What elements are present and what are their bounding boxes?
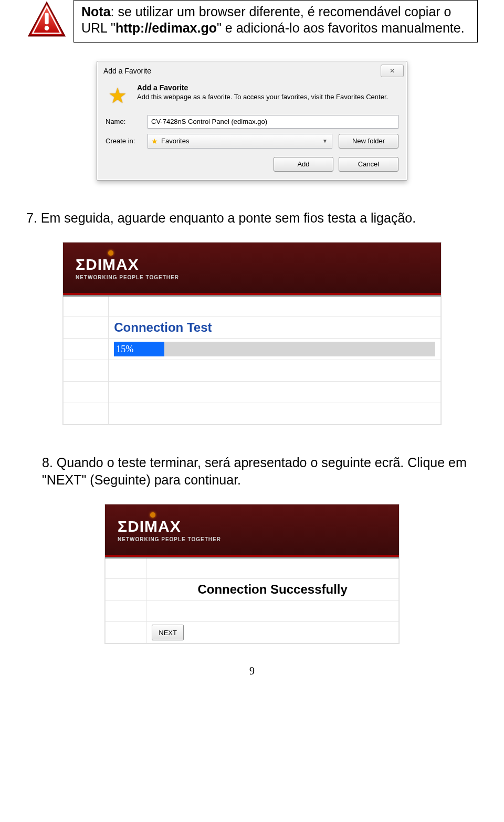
dialog-title: Add a Favorite bbox=[103, 67, 151, 75]
edimax-tagline-2: NETWORKING PEOPLE TOGETHER bbox=[118, 536, 221, 542]
connection-success-title: Connection Successfully bbox=[197, 582, 347, 596]
create-in-label: Create in: bbox=[106, 137, 141, 145]
edimax-brand: ΣDIMAX bbox=[76, 256, 139, 273]
new-folder-label: New folder bbox=[352, 137, 385, 145]
edimax-tagline: NETWORKING PEOPLE TOGETHER bbox=[76, 275, 179, 280]
logo-dot-icon bbox=[108, 250, 113, 256]
cancel-button[interactable]: Cancel bbox=[339, 157, 398, 172]
note-row: Nota: se utilizar um browser diferente, … bbox=[26, 0, 478, 43]
dialog-subtext: Add this webpage as a favorite. To acces… bbox=[137, 93, 388, 102]
warning-icon bbox=[26, 0, 67, 41]
connection-test-panel: ΣDIMAX NETWORKING PEOPLE TOGETHER Connec… bbox=[62, 242, 442, 425]
edimax-logo-2: ΣDIMAX bbox=[118, 518, 221, 535]
name-label: Name: bbox=[106, 118, 141, 125]
edimax-brand-2: ΣDIMAX bbox=[118, 518, 181, 535]
connection-test-title: Connection Test bbox=[114, 320, 212, 334]
connection-success-panel: ΣDIMAX NETWORKING PEOPLE TOGETHER Connec… bbox=[104, 504, 400, 644]
close-button[interactable]: ✕ bbox=[381, 65, 404, 77]
create-in-value: Favorites bbox=[161, 137, 189, 145]
cancel-label: Cancel bbox=[358, 160, 379, 168]
add-favorite-dialog: Add a Favorite ✕ ★ Add a Favorite Add th… bbox=[97, 61, 407, 181]
create-in-select[interactable]: ★ Favorites ▼ bbox=[148, 134, 332, 149]
next-label: NEXT bbox=[159, 629, 177, 637]
name-input[interactable]: CV-7428nS Control Panel (edimax.go) bbox=[148, 115, 398, 129]
progress-fill: 15% bbox=[114, 342, 164, 356]
note-text-b: " e adicioná-lo aos favoritos manualment… bbox=[217, 20, 465, 35]
close-icon: ✕ bbox=[390, 67, 395, 75]
svg-rect-2 bbox=[45, 13, 48, 24]
page-number: 9 bbox=[26, 665, 478, 677]
edimax-logo: ΣDIMAX bbox=[76, 256, 179, 273]
svg-point-3 bbox=[45, 26, 49, 30]
progress-bar: 15% bbox=[114, 342, 435, 356]
note-label: Nota bbox=[81, 4, 111, 19]
step-8-text: 8. Quando o teste terminar, será apresen… bbox=[26, 454, 478, 488]
note-url: http://edimax.go bbox=[116, 20, 217, 35]
connection-success-grid: Connection Successfully NEXT bbox=[105, 557, 399, 644]
new-folder-button[interactable]: New folder bbox=[339, 134, 398, 149]
add-button[interactable]: Add bbox=[274, 157, 333, 172]
step-7-text: 7. Em seguida, aguarde enquanto a ponte … bbox=[26, 209, 478, 227]
favorites-star-icon: ★ bbox=[151, 137, 158, 145]
dialog-hero: ★ Add a Favorite Add this webpage as a f… bbox=[106, 83, 398, 108]
name-value: CV-7428nS Control Panel (edimax.go) bbox=[151, 118, 267, 125]
dialog-heading: Add a Favorite bbox=[137, 83, 388, 92]
next-button[interactable]: NEXT bbox=[152, 625, 184, 640]
connection-test-grid: Connection Test 15% bbox=[63, 295, 441, 425]
edimax-header-2: ΣDIMAX NETWORKING PEOPLE TOGETHER bbox=[105, 504, 399, 557]
edimax-header: ΣDIMAX NETWORKING PEOPLE TOGETHER bbox=[63, 243, 441, 295]
star-icon: ★ bbox=[106, 83, 130, 108]
progress-label: 15% bbox=[116, 344, 133, 355]
add-label: Add bbox=[297, 160, 309, 168]
note-box: Nota: se utilizar um browser diferente, … bbox=[74, 0, 478, 43]
dialog-titlebar: Add a Favorite ✕ bbox=[97, 61, 407, 78]
chevron-down-icon: ▼ bbox=[322, 138, 328, 144]
logo-dot-icon-2 bbox=[150, 512, 155, 518]
